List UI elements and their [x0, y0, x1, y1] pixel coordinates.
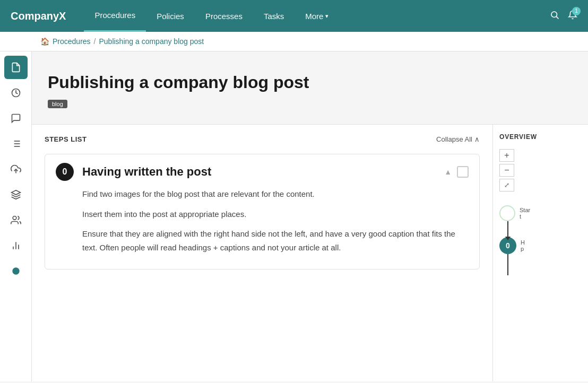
search-icon[interactable]	[550, 10, 559, 22]
flow-step-node: 0 Hp	[499, 237, 582, 254]
title-section: Publishing a company blog post blog	[32, 51, 588, 125]
nav-procedures[interactable]: Procedures	[84, 0, 146, 32]
nav-more[interactable]: More ▾	[295, 0, 339, 32]
svg-point-0	[551, 12, 557, 18]
breadcrumb-separator: /	[94, 37, 96, 46]
nav-policies[interactable]: Policies	[146, 0, 195, 32]
overview-flowchart: Start 0 Hp	[499, 200, 582, 275]
flow-start-label: Start	[520, 207, 530, 220]
steps-title: STEPS LIST	[45, 135, 87, 143]
nav-links: Procedures Policies Processes Tasks More…	[84, 0, 550, 32]
step-item-0: 0 Having written the post ▲ Find two ima…	[45, 154, 480, 269]
sidebar-icon-document[interactable]	[4, 56, 28, 79]
step-paragraph-0-2: Ensure that they are aligned with the ri…	[82, 227, 469, 254]
breadcrumb-home-link[interactable]: Procedures	[53, 37, 91, 46]
steps-section: STEPS LIST Collapse All ∧ 0 Having writt…	[32, 125, 588, 381]
svg-point-15	[12, 267, 19, 274]
step-paragraph-0-1: Insert them into the post at appropriate…	[82, 207, 469, 221]
chevron-up-icon: ∧	[474, 135, 480, 143]
steps-header: STEPS LIST Collapse All ∧	[45, 135, 480, 143]
notification-icon[interactable]: 1	[568, 10, 577, 22]
nav-processes[interactable]: Processes	[195, 0, 253, 32]
sidebar-icon-layers[interactable]	[4, 183, 28, 206]
expand-button[interactable]: ⤢	[499, 179, 514, 192]
content-area: Publishing a company blog post blog STEP…	[32, 51, 588, 381]
overview-controls: + − ⤢	[499, 149, 582, 192]
svg-marker-10	[11, 190, 20, 195]
overview-panel: OVERVIEW + − ⤢ Start 0 Hp	[492, 125, 588, 381]
overview-title: OVERVIEW	[499, 133, 582, 141]
collapse-all-button[interactable]: Collapse All ∧	[436, 135, 480, 143]
flow-line-1	[507, 254, 508, 275]
sidebar-icon-clock[interactable]	[4, 81, 28, 105]
zoom-in-button[interactable]: +	[499, 149, 514, 162]
flow-arrow-1	[507, 221, 508, 237]
sidebar-icon-dot[interactable]	[4, 259, 28, 283]
svg-point-11	[13, 216, 16, 220]
left-sidebar	[0, 51, 32, 381]
brand-logo[interactable]: CompanyX	[11, 10, 79, 22]
step-actions-0: ▲	[444, 166, 469, 178]
breadcrumb-home-icon: 🏠	[40, 37, 49, 46]
breadcrumb-current[interactable]: Publishing a company blog post	[99, 37, 204, 46]
main-layout: Publishing a company blog post blog STEP…	[0, 51, 588, 381]
step-paragraph-0-0: Find two images for the blog post that a…	[82, 187, 469, 201]
flow-step-label: Hp	[521, 239, 525, 252]
nav-right: 1	[550, 10, 577, 22]
steps-main: STEPS LIST Collapse All ∧ 0 Having writt…	[32, 125, 492, 381]
chevron-down-icon: ▾	[325, 13, 328, 20]
document-tag[interactable]: blog	[48, 100, 67, 108]
top-navigation: CompanyX Procedures Policies Processes T…	[0, 0, 588, 32]
sidebar-icon-chart[interactable]	[4, 234, 28, 257]
sidebar-icon-users[interactable]	[4, 208, 28, 232]
document-title: Publishing a company blog post	[48, 73, 572, 92]
step-title-0: Having written the post	[82, 165, 436, 179]
breadcrumb: 🏠 Procedures / Publishing a company blog…	[0, 32, 588, 51]
svg-line-1	[556, 16, 558, 19]
step-content-0: Find two images for the blog post that a…	[56, 187, 469, 254]
sidebar-icon-list[interactable]	[4, 132, 28, 155]
step-header-0: 0 Having written the post ▲	[56, 163, 469, 181]
nav-tasks[interactable]: Tasks	[253, 0, 295, 32]
step-number-0: 0	[56, 163, 74, 181]
zoom-out-button[interactable]: −	[499, 164, 514, 177]
notification-count: 1	[572, 7, 581, 15]
step-move-up-icon[interactable]: ▲	[444, 168, 452, 176]
flow-start-circle	[499, 205, 515, 221]
sidebar-icon-chat[interactable]	[4, 107, 28, 130]
step-checkbox-0[interactable]	[457, 166, 469, 178]
flow-start-node: Start	[499, 205, 582, 221]
sidebar-icon-upload[interactable]	[4, 158, 28, 181]
